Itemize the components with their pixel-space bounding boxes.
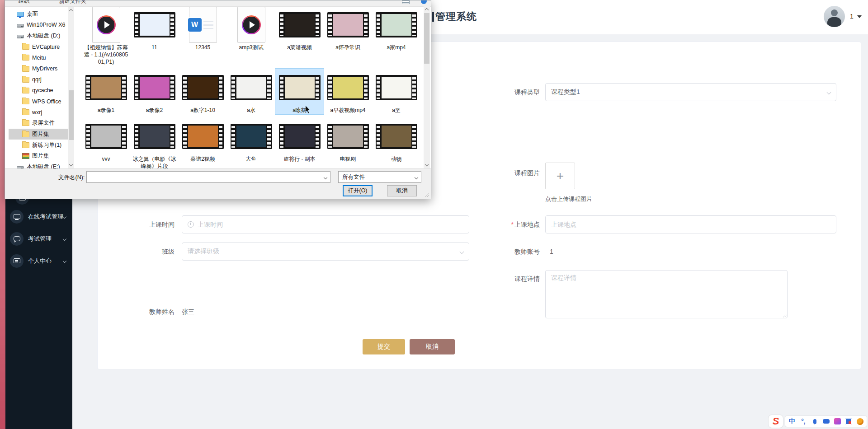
filename-combobox[interactable] <box>86 171 330 183</box>
open-button[interactable]: 打开(O) <box>343 185 373 196</box>
dialog-cancel-button[interactable]: 取消 <box>387 185 417 196</box>
tree-item[interactable]: WPS Office <box>9 96 68 107</box>
scrollbar-thumb[interactable] <box>69 90 74 140</box>
tree-item[interactable]: 本地磁盘 (D:) <box>9 30 68 41</box>
file-item[interactable]: a至 <box>372 69 420 114</box>
scroll-up-arrow[interactable] <box>69 9 73 13</box>
class-place-label: *上课地点 <box>486 221 540 229</box>
filename-input[interactable] <box>87 172 320 182</box>
chinese-mode-icon[interactable]: 中 <box>788 417 796 425</box>
file-item[interactable]: a菜谱视频 <box>275 6 324 65</box>
file-item[interactable]: 菜谱2视频 <box>179 117 227 170</box>
class-place-field[interactable] <box>551 221 830 228</box>
class-select[interactable]: 请选择班级 <box>182 242 469 261</box>
tray-icon[interactable] <box>856 417 864 425</box>
tree-item[interactable]: 图片集 <box>9 129 68 140</box>
user-name[interactable]: 1 <box>850 13 854 20</box>
file-item[interactable]: 大鱼 <box>227 117 275 170</box>
tree-item-label: 录屏文件 <box>32 119 55 127</box>
avatar[interactable] <box>824 6 845 27</box>
class-time-field[interactable] <box>198 221 463 228</box>
file-thumbnail-area <box>372 117 420 155</box>
tree-item[interactable]: qycache <box>9 85 68 96</box>
chevron-down-icon[interactable] <box>324 176 327 179</box>
tree-item[interactable]: wxrj <box>9 107 68 118</box>
chevron-down-icon <box>415 176 418 179</box>
file-item[interactable]: a录像1 <box>82 69 130 114</box>
sidebar-item[interactable]: 在线考试管理 <box>5 208 72 226</box>
tree-item[interactable]: 新练习单(1) <box>9 140 68 150</box>
teacher-name-value: 张三 <box>182 308 194 316</box>
course-detail-textarea[interactable] <box>545 270 788 318</box>
sidebar-item[interactable]: 个人中心 <box>5 252 72 270</box>
file-type-select[interactable]: 所有文件 <box>338 171 421 183</box>
tree-item-label: Win10ProW X6 <box>27 22 65 28</box>
tree-item-label: 本地磁盘 (D:) <box>27 32 60 40</box>
file-thumbnail-area <box>130 117 179 155</box>
course-type-select[interactable]: 课程类型1 <box>545 83 836 101</box>
file-item[interactable]: a早教视频mp4 <box>324 69 372 114</box>
tray-icon[interactable] <box>833 417 841 425</box>
user-caret-icon[interactable] <box>857 15 862 18</box>
file-thumbnail-area <box>179 69 227 107</box>
file-thumbnail <box>189 7 217 43</box>
file-label: a咏鹅 <box>292 107 307 114</box>
file-thumbnail <box>85 124 127 149</box>
help-icon[interactable] <box>421 0 427 4</box>
tree-item-label: MyDrivers <box>32 65 57 72</box>
upload-course-image-button[interactable]: + <box>545 163 575 189</box>
sidebar-item[interactable]: 考试管理 <box>5 230 72 248</box>
clock-icon <box>188 221 194 228</box>
tree-item[interactable]: MyDrivers <box>9 63 68 74</box>
tree-item[interactable]: EVCapture <box>9 42 68 52</box>
cancel-button[interactable]: 取消 <box>410 339 455 354</box>
class-select-label: 班级 <box>120 248 175 256</box>
file-item[interactable]: amp3测试 <box>227 6 275 65</box>
file-list-scrollbar[interactable] <box>424 6 430 168</box>
chevron-down-icon <box>63 215 66 219</box>
tree-item[interactable]: 录屏文件 <box>9 118 68 129</box>
tray-icon[interactable] <box>822 417 830 425</box>
scroll-down-arrow[interactable] <box>425 163 429 166</box>
tree-item[interactable]: qqrj <box>9 74 68 85</box>
file-item[interactable]: a怀孕常识 <box>324 6 372 65</box>
submit-button[interactable]: 提交 <box>363 339 405 354</box>
scroll-down-arrow[interactable] <box>69 163 73 166</box>
file-item[interactable]: 冰之翼（电影《冰峰暴》片段 <box>130 117 179 170</box>
scrollbar-thumb[interactable] <box>424 13 429 64</box>
tree-item[interactable]: 图片集 <box>9 150 68 161</box>
view-mode-icon[interactable] <box>402 0 410 4</box>
file-item[interactable]: a录像2 <box>130 69 179 114</box>
tree-item[interactable]: Win10ProW X6 <box>9 19 68 30</box>
tree-scrollbar[interactable] <box>68 7 74 168</box>
sogou-logo-icon[interactable]: S <box>769 415 783 428</box>
file-item[interactable]: a家mp4 <box>372 6 420 65</box>
tree-item[interactable]: 桌面 <box>9 9 68 19</box>
class-place-input[interactable] <box>545 215 836 233</box>
file-item[interactable]: a咏鹅 <box>275 69 324 114</box>
scroll-up-arrow[interactable] <box>425 8 429 12</box>
file-item[interactable]: 电视剧 <box>324 117 372 170</box>
file-thumbnail <box>92 7 120 43</box>
file-item[interactable]: vvv <box>82 117 130 170</box>
file-item[interactable]: 盗将行 - 副本 <box>275 117 324 170</box>
file-item[interactable]: 【祖娅纳惜】苏幕遮 - 1.1(Av16080501,P1) <box>82 6 130 65</box>
file-item[interactable]: 12345 <box>179 6 227 65</box>
file-item[interactable]: a水 <box>227 69 275 114</box>
file-thumbnail-area <box>324 117 372 155</box>
tree-item[interactable]: Meitu <box>9 52 68 63</box>
file-item[interactable]: 11 <box>130 6 179 65</box>
tray-icon[interactable] <box>811 417 819 425</box>
class-select-placeholder: 请选择班级 <box>188 247 219 256</box>
file-item[interactable]: a数字1-10 <box>179 69 227 114</box>
tray-icon[interactable] <box>844 417 853 425</box>
file-thumbnail <box>182 75 224 100</box>
file-item[interactable]: 动物 <box>372 117 420 170</box>
tree-item-icon <box>22 88 29 93</box>
tree-item-icon <box>22 120 29 126</box>
punctuation-icon[interactable]: °, <box>799 417 807 425</box>
organize-button[interactable]: 组织 <box>19 0 29 5</box>
teacher-name-label: 教师姓名 <box>120 308 175 316</box>
class-time-input[interactable] <box>182 215 469 233</box>
new-folder-button[interactable]: 新建文件夹 <box>59 0 86 5</box>
